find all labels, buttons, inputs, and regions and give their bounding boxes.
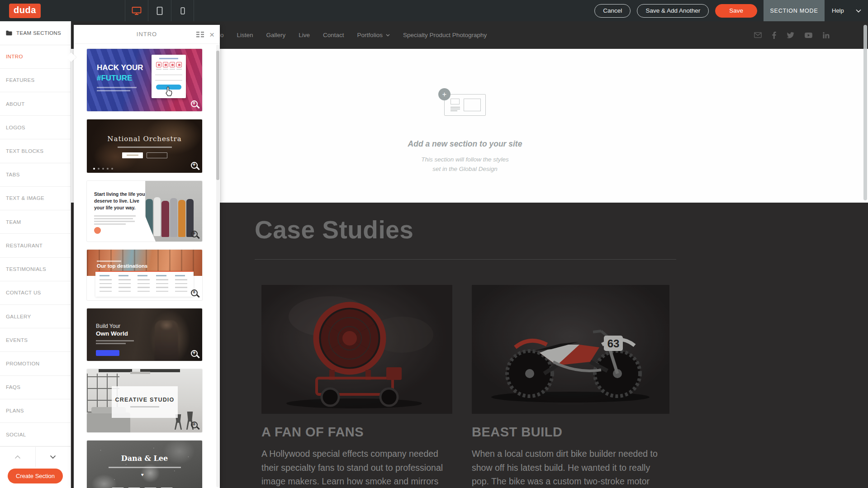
case-study-title: BEAST BUILD (472, 425, 669, 440)
mobile-icon (178, 6, 187, 15)
template-thumbnail-creative-studio[interactable]: CREATIVE STUDIO (87, 369, 202, 432)
case-study-card-fan: A FAN OF FANS A Hollywood special effect… (261, 285, 452, 488)
sidebar-item-team[interactable]: TEAM (0, 210, 71, 234)
thumb-title: HACK YOUR (97, 63, 143, 72)
template-thumbnail-dana-lee[interactable]: Dana & Lee ♥ (87, 441, 202, 488)
add-section-subtitle: This section will follow the styles set … (388, 155, 542, 174)
social-links (754, 21, 830, 49)
template-thumbnail-hackathon[interactable]: HACK YOUR #FUTURE (87, 49, 202, 111)
template-thumbnail-orchestra[interactable]: National Orchestra (87, 119, 202, 173)
sidebar-item-features[interactable]: FEATURES (0, 69, 71, 92)
sidebar-item-events[interactable]: EVENTS (0, 328, 71, 352)
page-scrollbar[interactable] (863, 25, 867, 200)
sidebar-item-faqs[interactable]: FAQS (0, 376, 71, 399)
zoom-preview-icon[interactable] (191, 350, 198, 357)
case-study-title: A FAN OF FANS (261, 425, 452, 440)
facebook-icon[interactable] (772, 32, 776, 39)
fan-machine-image (261, 285, 452, 414)
add-section-subtitle-line1: This section will follow the styles (388, 155, 542, 165)
thumb-title: Our top destinations (97, 263, 147, 269)
save-button[interactable]: Save (715, 4, 757, 18)
panel-scrollbar-thumb[interactable] (216, 51, 219, 180)
sidebar-item-contact-us[interactable]: CONTACT US (0, 281, 71, 305)
zoom-preview-icon[interactable] (191, 231, 198, 237)
desktop-icon (131, 5, 142, 16)
add-section-dropzone[interactable]: + Add a new section to your site This se… (388, 94, 542, 174)
chevron-up-icon (14, 455, 21, 459)
sidebar-item-plans[interactable]: PLANS (0, 399, 71, 423)
close-icon[interactable]: × (209, 30, 214, 39)
sidebar-item-tabs[interactable]: TABS (0, 163, 71, 187)
thumb-title: CREATIVE STUDIO (115, 397, 175, 403)
create-section-button[interactable]: Create Section (8, 469, 63, 483)
nav-item-live[interactable]: Live (299, 32, 310, 38)
nav-item-contact[interactable]: Contact (323, 32, 344, 38)
sidebar-item-about[interactable]: ABOUT (0, 92, 71, 116)
thumb-overlay-card: CREATIVE STUDIO (112, 386, 178, 418)
thumb-title-line2: Own World (96, 330, 128, 337)
sidebar-item-intro[interactable]: INTRO (0, 45, 71, 69)
chevron-down-icon (50, 455, 56, 459)
plus-icon: + (438, 88, 451, 100)
mobile-view-button[interactable] (171, 0, 194, 21)
thumb-accent-dot (94, 227, 101, 234)
section-mode-badge: SECTION MODE (764, 0, 825, 21)
nav-item-portfolios[interactable]: Portfolios (357, 32, 390, 38)
sidebar-item-text-image[interactable]: TEXT & IMAGE (0, 187, 71, 210)
grid-view-icon[interactable] (196, 32, 204, 38)
nav-item-specialty[interactable]: Specialty Product Photography (403, 32, 487, 38)
sidebar-item-text-blocks[interactable]: TEXT BLOCKS (0, 139, 71, 163)
sidebar-item-testimonials[interactable]: TESTIMONIALS (0, 258, 71, 281)
thumb-button (122, 152, 143, 158)
destinations-table (95, 271, 194, 297)
template-thumbnail-lifestyle[interactable]: Start living the life you deserve to liv… (87, 181, 202, 242)
save-add-another-button[interactable]: Save & Add Another (637, 4, 709, 18)
thumb-title-accent: #FUTURE (97, 74, 132, 83)
case-study-text: When a local custom dirt bike builder ne… (472, 447, 669, 488)
help-label: Help (832, 7, 844, 14)
app-window: duda (0, 0, 868, 488)
thumb-title-line1: Build Your (96, 323, 120, 329)
template-list: HACK YOUR #FUTURE Nationa (87, 49, 202, 488)
sidebar-item-social[interactable]: SOCIAL (0, 423, 71, 446)
linkedin-icon[interactable] (823, 32, 830, 38)
chevron-down-icon (386, 34, 390, 37)
sidebar-item-logos[interactable]: LOGOS (0, 116, 71, 139)
scroll-down-button[interactable] (36, 447, 71, 467)
sidebar-item-promotion[interactable]: PROMOTION (0, 352, 71, 375)
case-study-card-bike: 63 BEAST BUILD When a local custom dirt … (472, 285, 669, 488)
scroll-up-button[interactable] (0, 447, 36, 467)
nav-item-listen[interactable]: Listen (237, 32, 253, 38)
desktop-view-button[interactable] (125, 0, 148, 21)
divider (255, 259, 676, 260)
zoom-preview-icon[interactable] (191, 289, 198, 296)
duda-logo[interactable]: duda (9, 4, 41, 18)
zoom-preview-icon[interactable] (191, 422, 198, 428)
sidebar-item-gallery[interactable]: GALLERY (0, 305, 71, 328)
email-icon[interactable] (754, 32, 762, 38)
carousel-dots (93, 168, 113, 170)
tablet-view-button[interactable] (148, 0, 171, 21)
sidebar-scroll-controls (0, 446, 71, 467)
sidebar-item-restaurant[interactable]: RESTAURANT (0, 234, 71, 257)
topbar: duda (0, 0, 868, 21)
template-thumbnail-destinations[interactable]: Our top destinations (87, 250, 202, 300)
sidebar-header: TEAM SECTIONS (0, 21, 71, 45)
help-menu[interactable]: Help (825, 0, 868, 21)
section-heading: Case Studies (255, 215, 413, 244)
zoom-preview-icon[interactable] (191, 100, 198, 107)
add-section-subtitle-line2: set in the Global Design (388, 165, 542, 174)
dirt-bike-image: 63 (472, 285, 669, 414)
case-study-text: A Hollywood special effects company need… (261, 447, 452, 488)
youtube-icon[interactable] (805, 33, 812, 38)
thumb-heading: Start living the life you deserve to liv… (94, 191, 147, 212)
twitter-icon[interactable] (787, 32, 794, 38)
add-section-illustration: + (444, 94, 486, 116)
chevron-down-icon (856, 9, 861, 13)
nav-item-gallery[interactable]: Gallery (266, 32, 286, 38)
cancel-button[interactable]: Cancel (594, 4, 631, 18)
template-thumbnail-build-world[interactable]: Build Your Own World (87, 308, 202, 361)
folder-icon (6, 30, 12, 36)
zoom-preview-icon[interactable] (191, 162, 198, 169)
thumb-button (96, 350, 119, 356)
